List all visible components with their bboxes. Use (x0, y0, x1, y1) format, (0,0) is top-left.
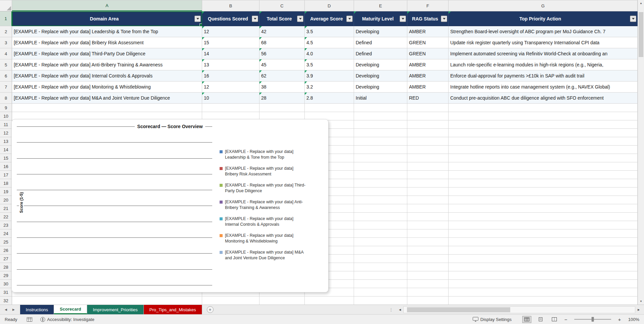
row-header-16[interactable]: 16 (0, 162, 12, 171)
sheet-tab-improvement-priorities[interactable]: Improvement_Priorities (87, 305, 144, 314)
cell-A2[interactable]: [EXAMPLE - Replace with your data] Leade… (12, 26, 202, 37)
column-header-C[interactable]: C (259, 0, 305, 11)
column-header-E[interactable]: E (354, 0, 407, 11)
cell-E5[interactable]: Developing (354, 59, 407, 70)
row-header-26[interactable]: 26 (0, 246, 12, 255)
scorecard-chart[interactable]: Scorecard — Score Overview Score (1-5) [… (11, 119, 329, 292)
cell-F6[interactable]: AMBER (407, 70, 449, 82)
zoom-in-button[interactable]: + (617, 317, 622, 322)
sheet-tab-scorecard[interactable]: Scorecard (54, 305, 87, 314)
filter-button-average-score[interactable] (346, 15, 353, 22)
row-header-18[interactable]: 18 (0, 179, 12, 187)
cell-B1[interactable]: Questions Scored (202, 11, 259, 26)
cell-C7[interactable]: 38 (259, 82, 305, 93)
cell-E1[interactable]: Maturity Level (354, 11, 407, 26)
zoom-slider[interactable] (574, 319, 611, 320)
tab-scroll-left-icon[interactable]: ◀ (5, 308, 7, 311)
row-header-30[interactable]: 30 (0, 280, 12, 288)
row-header-19[interactable]: 19 (0, 187, 12, 196)
row-header-28[interactable]: 28 (0, 263, 12, 271)
cell-F7[interactable]: AMBER (407, 82, 449, 93)
legend-item[interactable]: [EXAMPLE - Replace with your data] Anti-… (220, 199, 307, 210)
cell-C6[interactable]: 62 (259, 70, 305, 82)
display-settings-button[interactable]: Display Settings (473, 317, 512, 322)
cell-C3[interactable]: 68 (259, 37, 305, 48)
row-header-4[interactable]: 4 (0, 48, 12, 59)
vertical-scrollbar[interactable]: ▲ ▼ (638, 0, 644, 305)
cell-A3[interactable]: [EXAMPLE - Replace with your data] Bribe… (12, 37, 202, 48)
cell-C1[interactable]: Total Score (259, 11, 305, 26)
cell-F3[interactable]: GREEN (407, 37, 449, 48)
cell-B7[interactable]: 12 (202, 82, 259, 93)
column-header-G[interactable]: G (449, 0, 638, 11)
filter-button-maturity-level[interactable] (400, 15, 406, 22)
cell-G5[interactable]: Launch role-specific e-learning modules … (449, 59, 638, 70)
filter-button-domain-area[interactable] (194, 15, 201, 22)
cell-F4[interactable]: GREEN (407, 48, 449, 59)
cell-D5[interactable]: 3.5 (305, 59, 354, 70)
cell-A4[interactable]: [EXAMPLE - Replace with your data] Third… (12, 48, 202, 59)
cell-B2[interactable]: 12 (202, 26, 259, 37)
row-header-25[interactable]: 25 (0, 238, 12, 246)
cell-G4[interactable]: Implement automated screening via Refini… (449, 48, 638, 59)
sheet-tab-pro-tips-and-mistakes[interactable]: Pro_Tips_and_Mistakes (144, 305, 202, 314)
cell-A6[interactable]: [EXAMPLE - Replace with your data] Inter… (12, 70, 202, 82)
cell-D2[interactable]: 3.5 (305, 26, 354, 37)
cell-E3[interactable]: Defined (354, 37, 407, 48)
cell-F5[interactable]: AMBER (407, 59, 449, 70)
cell-E8[interactable]: Initial (354, 93, 407, 104)
row-header-21[interactable]: 21 (0, 204, 12, 213)
row-header-8[interactable]: 8 (0, 93, 12, 104)
cell-G6[interactable]: Enforce dual-approval for payments >£10k… (449, 70, 638, 82)
row-header-22[interactable]: 22 (0, 213, 12, 221)
row-header-1[interactable]: 1 (0, 11, 12, 26)
scroll-down-icon[interactable]: ▼ (638, 298, 644, 305)
cell-C8[interactable]: 28 (259, 93, 305, 104)
select-all-button[interactable] (0, 0, 12, 11)
row-header-3[interactable]: 3 (0, 37, 12, 48)
column-header-B[interactable]: B (202, 0, 259, 11)
zoom-level[interactable]: 100% (627, 317, 639, 322)
row-header-15[interactable]: 15 (0, 154, 12, 162)
cell-D3[interactable]: 4.5 (305, 37, 354, 48)
row-header-6[interactable]: 6 (0, 70, 12, 82)
scroll-right-icon[interactable]: ▶ (635, 308, 642, 311)
cell-A8[interactable]: [EXAMPLE - Replace with your data] M&A a… (12, 93, 202, 104)
cell-C5[interactable]: 45 (259, 59, 305, 70)
zoom-slider-thumb[interactable] (592, 317, 594, 322)
cell-G2[interactable]: Strengthen Board-level oversight of ABC … (449, 26, 638, 37)
cell-E6[interactable]: Developing (354, 70, 407, 82)
row-header-32[interactable]: 32 (0, 296, 12, 305)
cell-B3[interactable]: 15 (202, 37, 259, 48)
new-sheet-button[interactable]: + (207, 306, 214, 313)
scroll-up-icon[interactable]: ▲ (638, 0, 644, 6)
sheet-tab-instructions[interactable]: Instructions (20, 305, 54, 314)
cell-E4[interactable]: Defined (354, 48, 407, 59)
cell-F1[interactable]: RAG Status (407, 11, 449, 26)
cell-B5[interactable]: 13 (202, 59, 259, 70)
legend-item[interactable]: [EXAMPLE - Replace with your data] M&A a… (220, 250, 307, 261)
cell-A1[interactable]: Domain Area (12, 11, 202, 26)
tab-options-dots-icon[interactable]: ⋮ (386, 305, 397, 314)
legend-item[interactable]: [EXAMPLE - Replace with your data] Bribe… (220, 166, 307, 177)
filter-button-total-score[interactable] (297, 15, 303, 22)
legend-item[interactable]: [EXAMPLE - Replace with your data] Leade… (220, 149, 307, 160)
cell-G3[interactable]: Update risk register quarterly using Tra… (449, 37, 638, 48)
cell-G7[interactable]: Integrate hotline reports into case mana… (449, 82, 638, 93)
cell-F8[interactable]: RED (407, 93, 449, 104)
cell-B4[interactable]: 14 (202, 48, 259, 59)
row-header-24[interactable]: 24 (0, 229, 12, 238)
column-header-F[interactable]: F (407, 0, 449, 11)
cell-C4[interactable]: 56 (259, 48, 305, 59)
row-header-2[interactable]: 2 (0, 26, 12, 37)
normal-view-button[interactable] (522, 316, 531, 323)
cell-D6[interactable]: 3.9 (305, 70, 354, 82)
column-header-D[interactable]: D (305, 0, 354, 11)
row-header-31[interactable]: 31 (0, 288, 12, 296)
cell-E2[interactable]: Developing (354, 26, 407, 37)
cell-G8[interactable]: Conduct pre-acquisition ABC due diligenc… (449, 93, 638, 104)
row-header-20[interactable]: 20 (0, 196, 12, 204)
row-header-17[interactable]: 17 (0, 171, 12, 179)
filter-button-top-priority-action[interactable] (630, 15, 636, 22)
row-header-12[interactable]: 12 (0, 129, 12, 137)
